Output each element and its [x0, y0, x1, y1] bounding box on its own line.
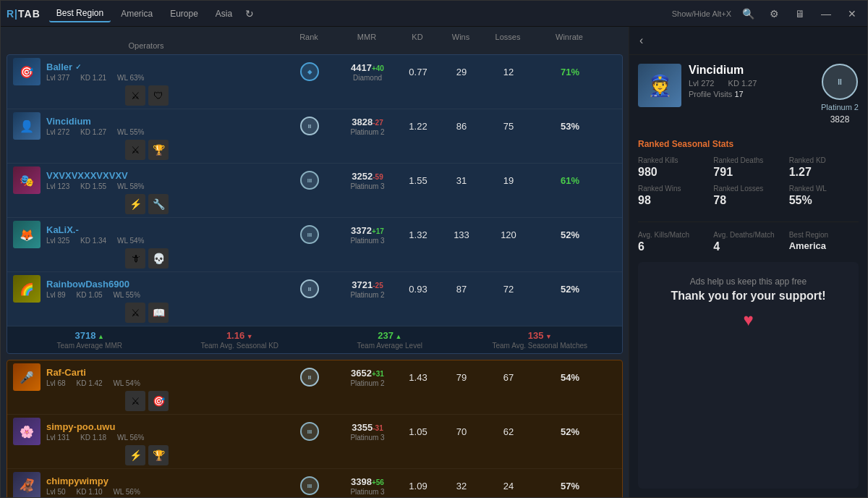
rank-badge: III	[300, 225, 319, 244]
team1-stats: 3718 Team Average MMR 1.16 Team Avg. Sea…	[7, 326, 622, 353]
player-name: Vincidium	[46, 116, 153, 127]
ad-section: Ads help us keep this app free Thank you…	[638, 262, 859, 489]
match-panel: Rank MMR KD Wins Losses Winrate Operator…	[1, 27, 629, 497]
player-name: chimpywimpy	[46, 476, 149, 486]
stat-best-region: Best Region America	[789, 231, 859, 253]
mmr-cell: 3398+56 Platinum 3	[339, 476, 396, 496]
rank-cell: III	[281, 225, 339, 244]
tab-best-region[interactable]: Best Region	[49, 5, 111, 22]
rank-badge: II	[300, 279, 319, 298]
profile-top: 👮 Vincidium Lvl 272 KD 1.27 Profile Visi…	[638, 64, 859, 124]
losses-cell: 120	[483, 229, 534, 240]
rank-label: Platinum 3	[350, 182, 384, 190]
losses-cell: 75	[483, 121, 534, 132]
tab-america[interactable]: America	[114, 6, 160, 22]
avatar: 🌈	[13, 275, 41, 303]
deaths-value: 791	[713, 166, 783, 179]
player-info: 🌸 simpy-poo.uwu Lvl 131 KD 1.18 WL 56%	[13, 418, 281, 445]
table-row[interactable]: 🎤 Raf-Carti Lvl 68 KD 1.42 WL 54% II	[7, 360, 622, 415]
player-info: 🦧 chimpywimpy Lvl 50 KD 1.10 WL 56%	[13, 472, 281, 497]
search-button[interactable]: 🔍	[739, 6, 757, 22]
player-info: 🎤 Raf-Carti Lvl 68 KD 1.42 WL 54%	[13, 363, 281, 391]
tab-asia[interactable]: Asia	[208, 6, 239, 22]
player-sub: Lvl 68 KD 1.42 WL 54%	[46, 379, 149, 387]
mmr-cell: 3355-31 Platinum 3	[339, 422, 396, 442]
operators-cell: ⚡ 🔧	[13, 194, 281, 214]
kd-label: Ranked KD	[789, 156, 859, 164]
table-row[interactable]: 🦧 chimpywimpy Lvl 50 KD 1.10 WL 56% III	[7, 469, 622, 497]
col-mmr: MMR	[338, 33, 396, 41]
kills-match-value: 6	[638, 240, 707, 253]
kd-cell: 1.43	[396, 372, 440, 383]
team-avg-matches: 135	[465, 330, 616, 341]
right-panel: ‹ 👮 Vincidium Lvl 272 KD 1.27 Profile Vi…	[629, 27, 867, 497]
stat-losses: Ranked Losses 78	[713, 185, 783, 207]
table-row[interactable]: 🌸 simpy-poo.uwu Lvl 131 KD 1.18 WL 56% I…	[7, 415, 622, 469]
settings-button[interactable]: ⚙	[765, 6, 783, 22]
player-sub: Lvl 131 KD 1.18 WL 56%	[46, 434, 153, 442]
winrate-cell: 61%	[534, 175, 606, 186]
deaths-match-value: 4	[713, 240, 783, 253]
wins-cell: 87	[440, 284, 483, 295]
table-row[interactable]: 🎭 VXVXVXXXVXVXV Lvl 123 KD 1.55 WL 58% I…	[7, 164, 622, 218]
rank-label: Platinum 3	[350, 488, 384, 496]
profile-visits: Profile Visits 17	[689, 90, 814, 98]
kd-value: 1.27	[789, 166, 859, 179]
rank-label: Diamond	[353, 74, 382, 82]
player-name-block: simpy-poo.uwu Lvl 131 KD 1.18 WL 56%	[46, 421, 153, 442]
ad-text2: Thank you for your support!	[650, 290, 847, 303]
table-row[interactable]: 👤 Vincidium Lvl 272 KD 1.27 WL 55% II	[7, 109, 622, 164]
op-icon: 🔧	[148, 194, 169, 214]
rank-label: Platinum 2	[350, 291, 384, 299]
stat-wl: Ranked WL 55%	[789, 185, 859, 207]
player-name: Baller ✓	[46, 62, 153, 72]
player-sub: Lvl 50 KD 1.10 WL 56%	[46, 488, 149, 496]
op-icon: ⚔	[125, 391, 145, 411]
winrate-cell: 57%	[534, 481, 606, 491]
operators-cell: 🗡 💀	[13, 248, 281, 269]
mmr-value: 3828-27	[352, 117, 383, 127]
refresh-button[interactable]: ↻	[242, 5, 257, 22]
mmr-cell: 4417+40 Diamond	[339, 62, 396, 82]
wl-value: 55%	[789, 194, 859, 207]
profile-rank-label: Platinum 2	[821, 103, 859, 111]
avatar: 👤	[13, 112, 41, 140]
close-button[interactable]: ✕	[843, 6, 861, 22]
table-row[interactable]: 🦊 KaLiX.- Lvl 325 KD 1.34 WL 54% III	[7, 218, 622, 272]
kills-value: 980	[638, 166, 707, 179]
tab-europe[interactable]: Europe	[163, 6, 205, 22]
operators-cell: ⚔ 🎯	[13, 391, 281, 411]
avatar: 🎭	[13, 166, 41, 194]
stat-kills: Ranked Kills 980	[638, 156, 707, 179]
rank-cell: III	[281, 171, 339, 190]
stat-deaths: Ranked Deaths 791	[713, 156, 783, 179]
deaths-label: Ranked Deaths	[713, 156, 783, 164]
player-name-block: Vincidium Lvl 272 KD 1.27 WL 55%	[46, 116, 153, 136]
wins-cell: 32	[440, 481, 483, 491]
wins-label: Ranked Wins	[638, 185, 707, 193]
op-icon: ⚔	[125, 303, 145, 323]
team1-block: 🎯 Baller ✓ Lvl 377 KD 1.21 WL 63%	[7, 54, 623, 354]
kd-cell: 1.22	[396, 121, 440, 132]
minimize-button[interactable]: —	[817, 6, 835, 22]
table-row[interactable]: 🌈 RainbowDash6900 Lvl 89 KD 1.05 WL 55% …	[7, 272, 622, 326]
app-window: R|TAB Best Region America Europe Asia ↻ …	[0, 0, 868, 498]
app-logo: R|TAB	[7, 8, 41, 20]
back-button[interactable]: ‹	[635, 33, 647, 48]
profile-rank-badge: II	[822, 64, 858, 100]
avatar: 🎤	[13, 363, 41, 391]
player-name-block: Baller ✓ Lvl 377 KD 1.21 WL 63%	[46, 62, 153, 82]
losses-value: 78	[713, 194, 783, 207]
stat-kd: Ranked KD 1.27	[789, 156, 859, 179]
monitor-button[interactable]: 🖥	[791, 6, 809, 22]
table-row[interactable]: 🎯 Baller ✓ Lvl 377 KD 1.21 WL 63%	[7, 55, 622, 109]
mmr-value: 4417+40	[351, 62, 384, 73]
mmr-value: 3372+17	[351, 225, 384, 236]
more-stats-grid: Avg. Kills/Match 6 Avg. Deaths/Match 4 B…	[629, 231, 867, 253]
player-name-block: Raf-Carti Lvl 68 KD 1.42 WL 54%	[46, 367, 149, 387]
op-icon: ⚡	[125, 445, 145, 465]
team-avg-kd: 1.16	[165, 330, 315, 341]
op-icon: 🗡	[125, 248, 145, 269]
wl-label: Ranked WL	[789, 185, 859, 193]
player-name: RainbowDash6900	[46, 279, 149, 290]
